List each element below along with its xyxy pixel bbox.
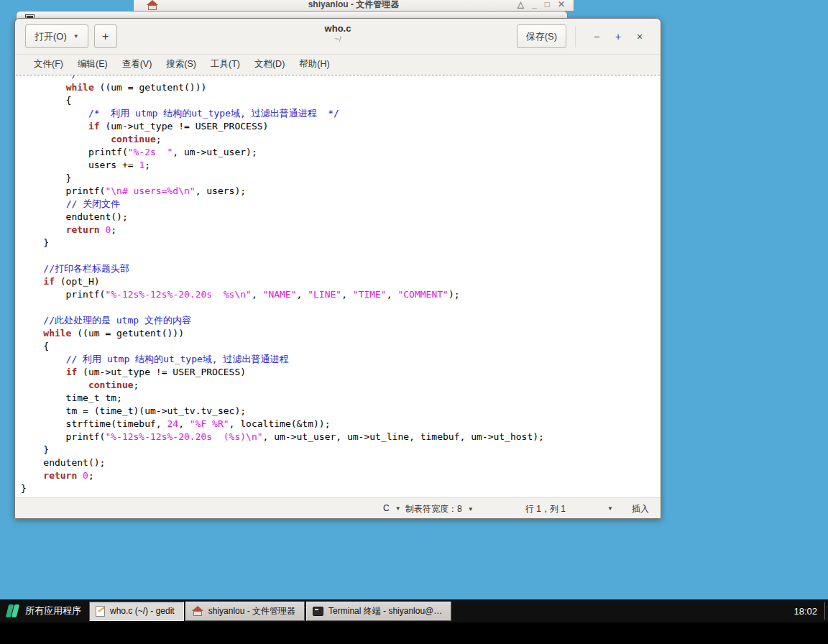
code-line: continue; — [21, 379, 660, 392]
taskbar: 所有应用程序 who.c (~/) - gedit shiyanlou - 文件… — [0, 599, 828, 622]
menu-tools[interactable]: 工具(T) — [203, 58, 247, 70]
code-line: if (opt_H) — [21, 275, 660, 288]
code-line: printf("%-12s%-12s%-20.20s %s\n", "NAME"… — [21, 288, 660, 301]
code-line: strftime(timebuf, 24, "%F %R", localtime… — [21, 418, 660, 431]
shade-icon[interactable]: △ — [518, 0, 524, 9]
code-line: // 利用 utmp 结构的ut_type域, 过滤出普通进程 — [21, 353, 660, 366]
code-line: continue; — [21, 133, 660, 146]
terminal-icon — [313, 607, 323, 616]
code-line — [21, 249, 660, 262]
code-line: //打印各栏标题头部 — [21, 262, 660, 275]
menu-help[interactable]: 帮助(H) — [292, 58, 336, 70]
code-line: } — [21, 236, 660, 249]
open-button[interactable]: 打开(O) ▼ — [25, 24, 88, 48]
taskbar-item-terminal[interactable]: Terminal 终端 - shiyanlou@… — [306, 602, 451, 621]
statusbar: C ▼ 制表符宽度：8 ▼ 行 1，列 1 ▼ 插入 — [15, 497, 661, 518]
code-area[interactable]: */ while ((um = getutent())) { /* 利用 utm… — [16, 75, 660, 499]
code-line: { — [21, 340, 660, 353]
menu-search[interactable]: 搜索(S) — [159, 58, 203, 70]
code-line: // 关闭文件 — [21, 198, 660, 211]
menubar: 文件(F) 编辑(E) 查看(V) 搜索(S) 工具(T) 文档(D) 帮助(H… — [15, 55, 661, 74]
all-applications-button[interactable]: 所有应用程序 — [0, 599, 88, 622]
close-icon[interactable]: ✕ — [558, 0, 565, 9]
new-tab-button[interactable]: + — [94, 24, 117, 48]
language-label: C — [383, 503, 390, 513]
input-mode[interactable]: 插入 — [632, 503, 649, 515]
taskbar-item-label: who.c (~/) - gedit — [110, 606, 175, 616]
code-line: if (um->ut_type != USER_PROCESS) — [21, 366, 660, 379]
window-maximize-icon[interactable]: + — [607, 31, 629, 42]
code-line: while ((um = getutent())) — [21, 327, 660, 340]
chevron-down-icon: ▼ — [468, 506, 474, 512]
save-button-label: 保存(S) — [526, 30, 557, 43]
code-line: //此处处理的是 utmp 文件的内容 — [21, 314, 660, 327]
window-gedit: 打开(O) ▼ + who.c ~/ 保存(S) − + × 文件(F) 编辑(… — [14, 18, 661, 519]
menu-file[interactable]: 文件(F) — [27, 58, 70, 70]
minimize-icon[interactable]: _ — [532, 0, 537, 9]
window-close-icon[interactable]: × — [629, 31, 650, 42]
code-line: endutent(); — [21, 456, 660, 469]
code-line: } — [21, 443, 660, 456]
code-line: */ — [21, 75, 660, 81]
shiyanlou-logo-icon — [6, 604, 20, 618]
taskbar-item-label: shiyanlou - 文件管理器 — [208, 605, 295, 617]
code-line: printf("\n# users=%d\n", users); — [21, 185, 660, 198]
code-line: return 0; — [21, 224, 660, 236]
code-line: } — [21, 172, 660, 185]
header-separator — [575, 26, 576, 47]
chevron-down-icon[interactable]: ▼ — [607, 505, 613, 512]
open-button-label: 打开(O) — [34, 30, 67, 43]
code-line: users += 1; — [21, 159, 660, 172]
chevron-down-icon: ▼ — [73, 33, 79, 40]
tab-width-label: 制表符宽度：8 — [405, 503, 462, 515]
code-line: time_t tm; — [21, 392, 660, 405]
code-line: tm = (time_t)(um->ut_tv.tv_sec); — [21, 405, 660, 418]
code-line: /* 利用 utmp 结构的ut_type域, 过滤出普通进程 */ — [21, 107, 660, 120]
code-line: printf("%-2s ", um->ut_user); — [21, 146, 660, 159]
window-minimize-icon[interactable]: − — [586, 31, 607, 42]
tab-width-selector[interactable]: 制表符宽度：8 ▼ — [405, 503, 474, 515]
window-file-manager[interactable]: shiyanlou - 文件管理器 △ _ □ ✕ — [133, 0, 574, 12]
clock: 18:02 — [794, 606, 824, 617]
code-line: return 0; — [21, 469, 660, 482]
save-button[interactable]: 保存(S) — [517, 24, 566, 48]
code-line: printf("%-12s%-12s%-20.20s (%s)\n", um->… — [21, 431, 660, 443]
menu-documents[interactable]: 文档(D) — [247, 58, 292, 70]
home-icon — [147, 1, 158, 10]
code-line: } — [21, 482, 660, 495]
menu-edit[interactable]: 编辑(E) — [70, 58, 115, 70]
taskbar-item-gedit[interactable]: who.c (~/) - gedit — [89, 602, 184, 621]
code-line: while ((um = getutent())) — [21, 81, 660, 94]
plus-icon: + — [102, 30, 109, 43]
file-manager-titlebar[interactable]: shiyanlou - 文件管理器 △ _ □ ✕ — [134, 0, 574, 11]
language-selector[interactable]: C ▼ — [383, 503, 401, 513]
taskbar-edge-separator — [824, 602, 825, 620]
gedit-headerbar[interactable]: 打开(O) ▼ + who.c ~/ 保存(S) − + × — [15, 19, 661, 55]
code-line: { — [21, 94, 660, 107]
gedit-icon — [96, 606, 105, 617]
all-applications-label: 所有应用程序 — [25, 604, 81, 617]
code-line: if (um->ut_type != USER_PROCESS) — [21, 120, 660, 133]
code-line: endutent(); — [21, 211, 660, 224]
taskbar-item-label: Terminal 终端 - shiyanlou@… — [328, 605, 442, 617]
file-manager-title: shiyanlou - 文件管理器 — [134, 0, 574, 11]
menu-view[interactable]: 查看(V) — [115, 58, 160, 70]
maximize-icon[interactable]: □ — [545, 0, 550, 9]
code-line — [21, 301, 660, 314]
chevron-down-icon: ▼ — [395, 505, 401, 512]
home-icon — [192, 606, 203, 616]
taskbar-item-file-manager[interactable]: shiyanlou - 文件管理器 — [185, 602, 305, 621]
cursor-position: 行 1，列 1 — [525, 503, 566, 515]
